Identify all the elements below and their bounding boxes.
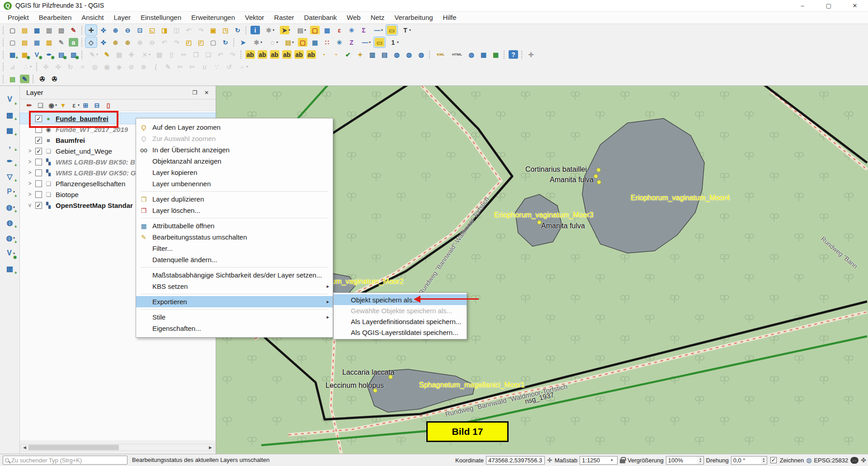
- new-3d-map-view[interactable]: ◳▾: [220, 25, 231, 35]
- label-rotate[interactable]: ab▾: [293, 49, 305, 60]
- menu-item[interactable]: Hilfe: [438, 12, 462, 24]
- new-project[interactable]: ▢▾: [7, 25, 18, 35]
- layer-name[interactable]: WMS LGRB-BW GK50: G: [56, 169, 136, 177]
- new-mesh-layer[interactable]: ▤✱▾: [56, 49, 67, 60]
- menu-item[interactable]: Projekt: [3, 12, 34, 24]
- add-raster-layer[interactable]: ▦+▾: [3, 108, 17, 121]
- geopackage-tools-2[interactable]: ◰▾: [195, 37, 207, 47]
- copy-features[interactable]: ❐▾: [190, 49, 202, 60]
- cut-features[interactable]: ✂▾: [178, 49, 189, 60]
- html-export[interactable]: HTML▾: [449, 49, 465, 60]
- menu-item[interactable]: Ansicht: [76, 12, 108, 24]
- scroll-right-arrow-icon[interactable]: ▶: [207, 444, 214, 451]
- layer-expander[interactable]: >: [26, 148, 33, 154]
- extent-icon[interactable]: ✛: [547, 457, 552, 464]
- metasearch-globe[interactable]: ◍▾: [391, 49, 402, 60]
- label-select[interactable]: ab▾: [269, 49, 280, 60]
- add-postgis-layer[interactable]: P+▾: [3, 185, 17, 198]
- new-geopackage-layer[interactable]: ▦+▾: [7, 49, 18, 60]
- context-menu-item[interactable]: ❐ Layer duplizieren: [136, 193, 333, 205]
- layer-expander[interactable]: >: [26, 191, 33, 198]
- zoom-to-selection[interactable]: ◨▾: [159, 25, 170, 35]
- context-menu-item[interactable]: Filter...: [136, 243, 333, 254]
- submenu-item[interactable]: Gewählte Objekte speichern als...: [334, 305, 467, 316]
- measure[interactable]: ―▾: [370, 25, 385, 35]
- offset-curve[interactable]: (▾: [150, 61, 161, 72]
- auto-label[interactable]: a▾: [68, 37, 79, 47]
- layer-expander[interactable]: >: [26, 169, 33, 176]
- vertex-editor[interactable]: ∵▾: [211, 61, 222, 72]
- new-map-view[interactable]: ▣▾: [208, 25, 219, 35]
- submenu-item[interactable]: Als QGIS-Layerstildatei speichern...: [334, 327, 467, 338]
- modify-attributes[interactable]: ▧▾: [154, 49, 165, 60]
- delete-part[interactable]: ⊗▾: [138, 61, 149, 72]
- wms-globe[interactable]: ◍▾: [403, 49, 415, 60]
- layer-name[interactable]: OpenStreetMap Standar: [56, 202, 133, 209]
- coordinate-input[interactable]: 473568.2,5397556.3: [486, 456, 545, 465]
- annotation-1[interactable]: 1▾: [386, 37, 401, 47]
- add-vector-layer[interactable]: V+▾: [3, 93, 17, 106]
- processing-gear[interactable]: ✳▾: [334, 37, 345, 47]
- maximize-button[interactable]: ▢: [816, 0, 842, 12]
- image-region-camera[interactable]: ✇▾: [49, 74, 60, 84]
- menu-item[interactable]: Vektor: [240, 12, 269, 24]
- submenu-item[interactable]: Als Layerdefinitionsdatei speichern...: [334, 316, 467, 327]
- context-menu-item[interactable]: Ϙ Auf den Layer zoomen: [136, 122, 333, 133]
- grid-green[interactable]: ▦▾: [490, 49, 501, 60]
- context-menu-item[interactable]: Ϙ Zur Auswahl zoomen: [136, 133, 333, 144]
- run-feature-action[interactable]: ✱▾: [262, 25, 277, 35]
- remove-layer[interactable]: ▯▾: [103, 100, 113, 110]
- layer-expander[interactable]: v: [26, 202, 33, 208]
- layer-name[interactable]: Biotope: [56, 191, 79, 198]
- add-part[interactable]: ◈▾: [113, 61, 125, 72]
- z-tool[interactable]: Z▾: [346, 37, 357, 47]
- add-delimited-text-layer[interactable]: ,+▾: [3, 139, 17, 152]
- measure-line[interactable]: ―▾: [358, 37, 373, 47]
- context-menu-item[interactable]: Datenquelle ändern...: [136, 254, 333, 265]
- spin-arrows-icon[interactable]: ▲▼: [761, 456, 767, 465]
- menu-item[interactable]: Raster: [269, 12, 299, 24]
- menu-item[interactable]: Bearbeiten: [34, 12, 77, 24]
- split-parts[interactable]: ✂▾: [187, 61, 198, 72]
- locator-search-input[interactable]: Zu suchender Typ (Strg+K): [3, 456, 127, 465]
- scale-combobox[interactable]: 1:1250▾: [580, 456, 618, 465]
- map-tips[interactable]: ▭▾: [386, 25, 397, 35]
- zoom-out[interactable]: ⊖▾: [122, 25, 133, 35]
- merge-features[interactable]: ∪▾: [199, 61, 210, 72]
- label-move[interactable]: ab▾: [281, 49, 292, 60]
- pan-to-selection[interactable]: ✜▾: [98, 25, 109, 35]
- close-button[interactable]: ✕: [842, 0, 868, 12]
- crosshair[interactable]: ✛▾: [525, 49, 537, 60]
- layer-visibility-checkbox[interactable]: [35, 159, 42, 165]
- selection-statistics[interactable]: ∷▾: [321, 37, 333, 47]
- remove-selection[interactable]: ▢▾: [297, 37, 308, 47]
- rotate-feature[interactable]: ↻▾: [65, 61, 76, 72]
- topology-wand[interactable]: ✦▾: [354, 49, 366, 60]
- context-menu-item[interactable]: KBS setzen ▸: [136, 281, 333, 292]
- open-folder[interactable]: ▤▾: [19, 37, 30, 47]
- rotate-point-symbols[interactable]: ↺▾: [223, 61, 235, 72]
- menu-item[interactable]: Einstellungen: [136, 12, 186, 24]
- context-menu-item[interactable]: [136, 292, 333, 296]
- wfs-globe[interactable]: ◍▾: [415, 49, 427, 60]
- nav-back[interactable]: ↶▾: [159, 37, 170, 47]
- deselect-features[interactable]: ▢▾: [309, 25, 321, 35]
- context-menu-item[interactable]: Maßstabsabhängige Sichtbarkeit des/der L…: [136, 269, 333, 281]
- processing-toolbox[interactable]: ✳▾: [346, 25, 357, 35]
- delete-selected[interactable]: ▯▾: [166, 49, 177, 60]
- label-change[interactable]: ab▾: [306, 49, 317, 60]
- context-menu-item[interactable]: [136, 216, 333, 220]
- current-edits[interactable]: ✎▾: [85, 49, 100, 60]
- save-project[interactable]: ▦▾: [31, 25, 42, 35]
- db-server[interactable]: ▤▾: [379, 49, 390, 60]
- menu-item[interactable]: Layer: [108, 12, 136, 24]
- lock-scale-icon[interactable]: [620, 459, 625, 463]
- layout-notes[interactable]: ✎▾: [56, 37, 67, 47]
- open-project[interactable]: ▤▾: [19, 25, 30, 35]
- context-menu-item[interactable]: Exportieren ▸: [136, 296, 333, 307]
- new-temporary-layer[interactable]: ✒✱▾: [43, 49, 55, 60]
- new-page[interactable]: ▢▾: [7, 37, 18, 47]
- refresh-map[interactable]: ↻▾: [232, 25, 243, 35]
- spin-arrows-icon[interactable]: ▲▼: [698, 456, 704, 465]
- selection-actions[interactable]: ✱▾: [250, 37, 264, 47]
